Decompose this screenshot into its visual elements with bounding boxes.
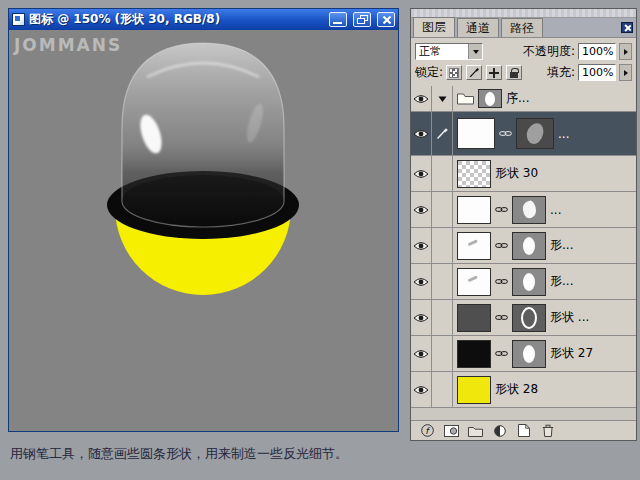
layer-visibility-toggle[interactable]	[411, 192, 432, 227]
blend-mode-dropdown-button[interactable]	[468, 44, 482, 59]
layer-thumbnail[interactable]	[457, 160, 491, 188]
layer-row[interactable]: 形...	[411, 228, 636, 264]
brush-icon	[469, 67, 480, 78]
link-icon	[495, 349, 508, 358]
layer-mask-thumbnail[interactable]	[512, 196, 546, 224]
layer-thumbnail[interactable]	[457, 268, 491, 296]
layer-thumbnail[interactable]	[457, 304, 491, 332]
delete-layer-button[interactable]	[539, 423, 556, 439]
layer-content: 形状 30	[453, 156, 636, 191]
layer-thumbnail[interactable]	[457, 376, 491, 404]
link-icon	[495, 241, 508, 250]
layer-visibility-toggle[interactable]	[411, 228, 432, 263]
layer-visibility-toggle[interactable]	[411, 372, 432, 407]
add-layer-mask-button[interactable]	[443, 423, 460, 439]
eye-icon	[413, 205, 429, 215]
layer-tool-cell	[432, 112, 453, 155]
layer-mask-thumbnail[interactable]	[512, 340, 546, 368]
layer-tool-cell	[432, 156, 453, 191]
layer-row[interactable]: 形状 30	[411, 156, 636, 192]
layer-row[interactable]: 形状 28	[411, 372, 636, 408]
layer-mask-thumbnail[interactable]	[512, 304, 546, 332]
link-icon	[495, 313, 508, 322]
layer-thumbnail[interactable]	[457, 340, 491, 368]
document-icon	[12, 13, 25, 26]
layer-thumbnail[interactable]	[457, 196, 491, 224]
expand-arrow-icon[interactable]	[438, 95, 447, 103]
new-adjustment-layer-button[interactable]	[491, 423, 508, 439]
layer-content: 形状 27	[453, 336, 636, 371]
eye-icon	[413, 385, 429, 395]
folder-icon	[457, 92, 474, 105]
eye-icon	[413, 313, 429, 323]
layer-thumbnail[interactable]	[457, 118, 495, 149]
blend-mode-value: 正常	[416, 44, 468, 59]
fill-input[interactable]: 100%	[578, 64, 616, 81]
layer-visibility-toggle[interactable]	[411, 336, 432, 371]
layer-content: 序...	[453, 86, 636, 111]
tab-layers[interactable]: 图层	[413, 17, 455, 37]
lock-icon	[510, 72, 518, 78]
close-button[interactable]	[377, 12, 395, 27]
layer-visibility-toggle[interactable]	[411, 112, 432, 155]
layer-mask-thumbnail[interactable]	[512, 268, 546, 296]
chevron-down-icon	[473, 50, 479, 54]
layer-visibility-toggle[interactable]	[411, 156, 432, 191]
lock-position-button[interactable]	[486, 65, 502, 80]
new-layer-icon	[518, 424, 530, 437]
new-group-button[interactable]	[467, 423, 484, 439]
tab-channels[interactable]: 通道	[457, 18, 499, 37]
layer-visibility-toggle[interactable]	[411, 264, 432, 299]
link-icon	[495, 205, 508, 214]
transparency-icon	[449, 68, 459, 78]
opacity-input[interactable]: 100%	[578, 43, 616, 60]
document-window: 图标 @ 150% (形状 30, RGB/8) JOMMANS	[8, 8, 399, 432]
layer-visibility-toggle[interactable]	[411, 300, 432, 335]
lock-paint-button[interactable]	[466, 65, 482, 80]
fill-label: 填充:	[547, 64, 575, 81]
eye-icon	[413, 241, 429, 251]
document-title: 图标 @ 150% (形状 30, RGB/8)	[29, 11, 323, 28]
chevron-right-icon	[624, 70, 628, 76]
lock-all-button[interactable]	[506, 65, 522, 80]
blend-mode-select[interactable]: 正常	[415, 43, 483, 60]
eye-icon	[413, 169, 429, 179]
new-adjustment-layer-icon	[494, 425, 506, 437]
layer-row[interactable]: 形状 ...	[411, 300, 636, 336]
document-titlebar[interactable]: 图标 @ 150% (形状 30, RGB/8)	[9, 9, 398, 30]
panel-tabs: 图层 通道 路径	[411, 18, 636, 38]
layer-tool-cell	[432, 192, 453, 227]
group-expand-cell[interactable]	[432, 86, 453, 111]
layer-mask-thumbnail[interactable]	[512, 232, 546, 260]
opacity-slider-button[interactable]	[619, 43, 632, 60]
opacity-label: 不透明度:	[523, 43, 575, 60]
minimize-button[interactable]	[329, 12, 347, 27]
tab-paths[interactable]: 路径	[501, 18, 543, 37]
new-layer-button[interactable]	[515, 423, 532, 439]
layer-row[interactable]: 形...	[411, 264, 636, 300]
layer-row[interactable]: ...	[411, 112, 636, 156]
layer-name: 形...	[550, 237, 573, 254]
canvas[interactable]: JOMMANS	[9, 30, 398, 431]
restore-button[interactable]	[353, 12, 371, 27]
layer-thumbnail[interactable]	[478, 89, 502, 108]
eye-icon	[413, 277, 429, 287]
layer-content: ...	[453, 112, 636, 155]
layer-row[interactable]: 序...	[411, 86, 636, 112]
layer-content: 形状 28	[453, 372, 636, 407]
layer-tool-cell	[432, 264, 453, 299]
layer-name: 形状 30	[495, 165, 538, 182]
fill-slider-button[interactable]	[619, 64, 632, 81]
layer-row[interactable]: 形状 27	[411, 336, 636, 372]
link-icon	[499, 129, 512, 138]
layer-content: 形...	[453, 228, 636, 263]
layer-effects-button[interactable]: f	[419, 423, 436, 439]
layer-visibility-toggle[interactable]	[411, 86, 432, 111]
layer-row[interactable]: ...	[411, 192, 636, 228]
panel-close-button[interactable]	[621, 22, 633, 33]
eye-icon	[413, 349, 429, 359]
layer-mask-thumbnail[interactable]	[516, 118, 554, 149]
layer-name: 形状 27	[550, 345, 593, 362]
lock-transparency-button[interactable]	[446, 65, 462, 80]
layer-thumbnail[interactable]	[457, 232, 491, 260]
